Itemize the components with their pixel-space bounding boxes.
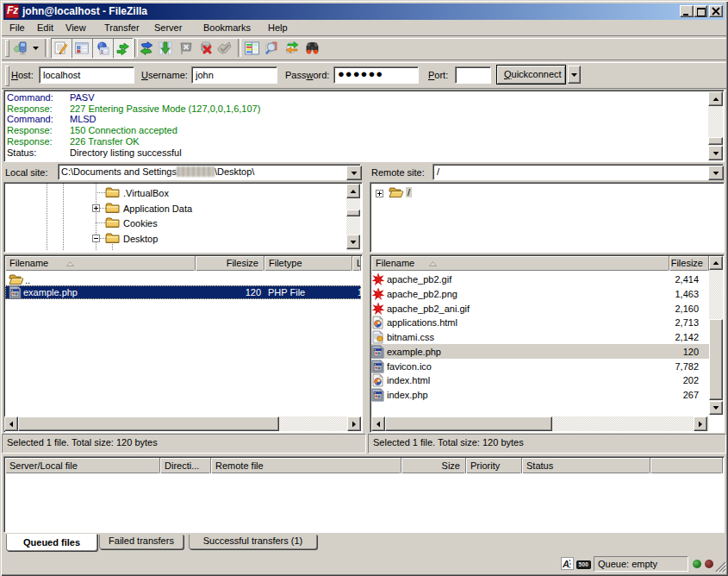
svg-text:A: A <box>562 559 569 569</box>
